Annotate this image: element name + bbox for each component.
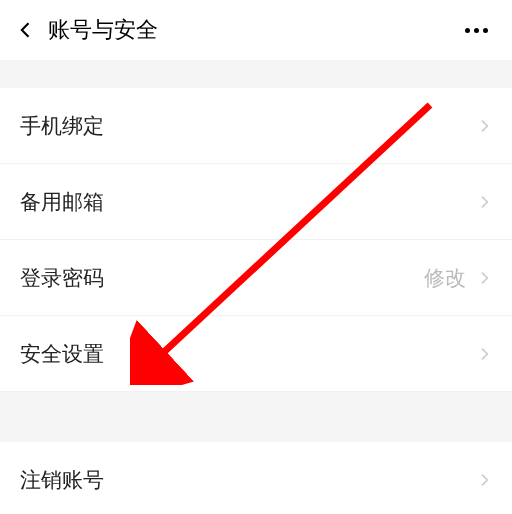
- page-title: 账号与安全: [48, 15, 158, 45]
- section-gap: [0, 60, 512, 88]
- chevron-right-icon: [476, 118, 492, 134]
- item-label: 手机绑定: [20, 112, 104, 140]
- list-item-delete-account[interactable]: 注销账号: [0, 442, 512, 514]
- item-label: 登录密码: [20, 264, 104, 292]
- item-right: 修改: [424, 264, 492, 292]
- item-label: 注销账号: [20, 466, 104, 494]
- list-item-login-password[interactable]: 登录密码 修改: [0, 240, 512, 316]
- item-right: [476, 118, 492, 134]
- chevron-right-icon: [476, 270, 492, 286]
- page-header: 账号与安全: [0, 0, 512, 60]
- item-label: 备用邮箱: [20, 188, 104, 216]
- section-gap-large: [0, 392, 512, 442]
- item-value: 修改: [424, 264, 466, 292]
- list-item-phone-bind[interactable]: 手机绑定: [0, 88, 512, 164]
- item-right: [476, 472, 492, 488]
- item-right: [476, 346, 492, 362]
- more-icon[interactable]: [457, 20, 496, 41]
- list-item-security-settings[interactable]: 安全设置: [0, 316, 512, 392]
- chevron-right-icon: [476, 194, 492, 210]
- header-left: 账号与安全: [16, 15, 158, 45]
- chevron-right-icon: [476, 472, 492, 488]
- list-item-backup-email[interactable]: 备用邮箱: [0, 164, 512, 240]
- item-label: 安全设置: [20, 340, 104, 368]
- back-icon[interactable]: [16, 20, 36, 40]
- chevron-right-icon: [476, 346, 492, 362]
- item-right: [476, 194, 492, 210]
